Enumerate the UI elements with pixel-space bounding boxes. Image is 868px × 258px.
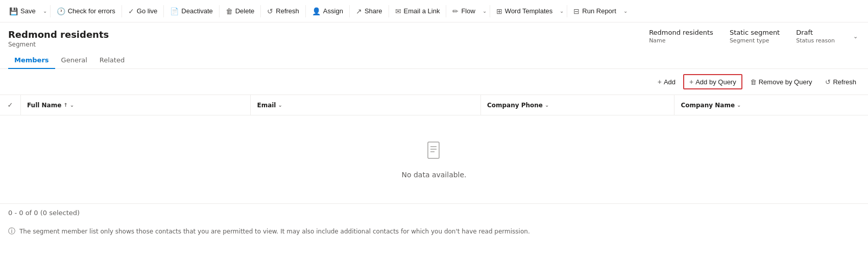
word-templates-icon: ⊞	[496, 7, 502, 15]
th-company-name-label: Company Name	[681, 102, 735, 109]
th-full-name-chevron[interactable]: ⌄	[70, 102, 74, 108]
page-header-left: Redmond residents Segment	[8, 29, 109, 48]
th-company-name-chevron[interactable]: ⌄	[737, 102, 741, 108]
check-errors-button[interactable]: 🕐 Check for errors	[52, 0, 120, 22]
go-live-icon: ✓	[128, 7, 134, 15]
meta-name-label: Name	[649, 37, 713, 44]
toolbar: 💾 Save ⌄ 🕐 Check for errors ✓ Go live 📄 …	[0, 0, 868, 22]
divider-1	[50, 5, 51, 17]
th-email: Email ⌄	[250, 95, 480, 115]
th-company-name: Company Name ⌄	[674, 95, 868, 115]
meta-segment-type: Static segment Segment type	[730, 29, 780, 44]
email-link-button[interactable]: ✉ Email a Link	[390, 0, 445, 22]
divider-4	[219, 5, 220, 17]
meta-name: Redmond residents Name	[649, 29, 713, 44]
flow-dropdown-button[interactable]: ⌄	[480, 0, 489, 22]
empty-state: No data available.	[0, 115, 868, 203]
save-dropdown-button[interactable]: ⌄	[41, 0, 49, 22]
word-templates-dropdown-button[interactable]: ⌄	[558, 0, 566, 22]
th-email-chevron[interactable]: ⌄	[278, 102, 282, 108]
page-header: Redmond residents Segment Redmond reside…	[0, 22, 868, 52]
save-button[interactable]: 💾 Save	[4, 0, 41, 22]
tab-members[interactable]: Members	[8, 52, 55, 69]
divider-2	[122, 5, 122, 17]
content-refresh-icon: ↺	[825, 78, 831, 86]
info-icon: ⓘ	[8, 227, 15, 236]
share-button[interactable]: ↗ Share	[351, 0, 388, 22]
th-email-label: Email	[257, 102, 276, 109]
pagination-info: 0 - 0 of 0 (0 selected)	[8, 209, 80, 217]
run-report-dropdown-button[interactable]: ⌄	[621, 0, 630, 22]
th-checkbox[interactable]: ✓	[0, 101, 20, 109]
empty-state-text: No data available.	[401, 171, 466, 179]
flow-button[interactable]: ✏ Flow	[447, 0, 480, 22]
run-report-icon: ⊟	[573, 7, 580, 15]
table-header: ✓ Full Name ↑ ⌄ Email ⌄ Company Phone ⌄ …	[0, 95, 868, 115]
word-templates-button[interactable]: ⊞ Word Templates	[491, 0, 558, 22]
meta-status-reason: Draft Status reason	[796, 29, 835, 44]
tab-related[interactable]: Related	[93, 52, 131, 69]
th-full-name-label: Full Name	[27, 102, 61, 109]
page-title: Redmond residents	[8, 29, 109, 40]
delete-icon: 🗑	[226, 7, 233, 15]
divider-10	[490, 5, 490, 17]
info-text: The segment member list only shows those…	[19, 228, 530, 235]
add-by-query-plus-icon: +	[689, 78, 693, 86]
page-subtitle: Segment	[8, 41, 109, 48]
go-live-button[interactable]: ✓ Go live	[123, 0, 162, 22]
th-sort-asc-icon[interactable]: ↑	[63, 102, 67, 108]
flow-icon: ✏	[452, 7, 459, 15]
divider-11	[567, 5, 567, 17]
meta-status-reason-label: Status reason	[796, 37, 835, 44]
check-errors-icon: 🕐	[57, 7, 65, 15]
empty-state-icon	[424, 140, 444, 165]
meta-name-value: Redmond residents	[649, 29, 713, 36]
svg-rect-0	[428, 142, 439, 158]
table-footer: 0 - 0 of 0 (0 selected)	[0, 203, 868, 222]
divider-9	[446, 5, 446, 17]
delete-button[interactable]: 🗑 Delete	[221, 0, 260, 22]
info-bar: ⓘ The segment member list only shows tho…	[0, 222, 868, 241]
assign-icon: 👤	[312, 7, 321, 15]
remove-by-query-icon: 🗑	[750, 78, 757, 86]
save-icon: 💾	[9, 7, 18, 15]
th-company-phone-chevron[interactable]: ⌄	[545, 102, 549, 108]
content-area: + Add + Add by Query 🗑 Remove by Query ↺…	[0, 69, 868, 241]
run-report-button[interactable]: ⊟ Run Report	[568, 0, 621, 22]
deactivate-icon: 📄	[170, 7, 179, 15]
divider-8	[389, 5, 389, 17]
meta-segment-type-label: Segment type	[730, 37, 780, 44]
content-refresh-button[interactable]: ↺ Refresh	[819, 75, 862, 89]
header-expand-button[interactable]: ⌄	[851, 31, 860, 42]
add-plus-icon: +	[658, 78, 662, 86]
add-button[interactable]: + Add	[652, 75, 681, 89]
divider-7	[349, 5, 350, 17]
divider-3	[163, 5, 164, 17]
email-link-icon: ✉	[395, 7, 401, 15]
add-by-query-button[interactable]: + Add by Query	[683, 74, 742, 89]
select-all-checkbox[interactable]: ✓	[8, 101, 13, 109]
meta-segment-type-value: Static segment	[730, 29, 780, 36]
meta-status-reason-value: Draft	[796, 29, 835, 36]
actions-bar: + Add + Add by Query 🗑 Remove by Query ↺…	[0, 69, 868, 95]
page-header-right: Redmond residents Name Static segment Se…	[649, 29, 860, 44]
share-icon: ↗	[356, 7, 362, 15]
deactivate-button[interactable]: 📄 Deactivate	[165, 0, 218, 22]
tabs: Members General Related	[0, 52, 868, 69]
divider-6	[305, 5, 306, 17]
refresh-button[interactable]: ↺ Refresh	[262, 0, 304, 22]
th-company-phone: Company Phone ⌄	[480, 95, 674, 115]
divider-5	[260, 5, 261, 17]
tab-general[interactable]: General	[55, 52, 93, 69]
refresh-icon: ↺	[267, 7, 273, 15]
th-company-phone-label: Company Phone	[487, 102, 543, 109]
th-full-name: Full Name ↑ ⌄	[20, 95, 250, 115]
remove-by-query-button[interactable]: 🗑 Remove by Query	[744, 75, 818, 89]
assign-button[interactable]: 👤 Assign	[307, 0, 348, 22]
